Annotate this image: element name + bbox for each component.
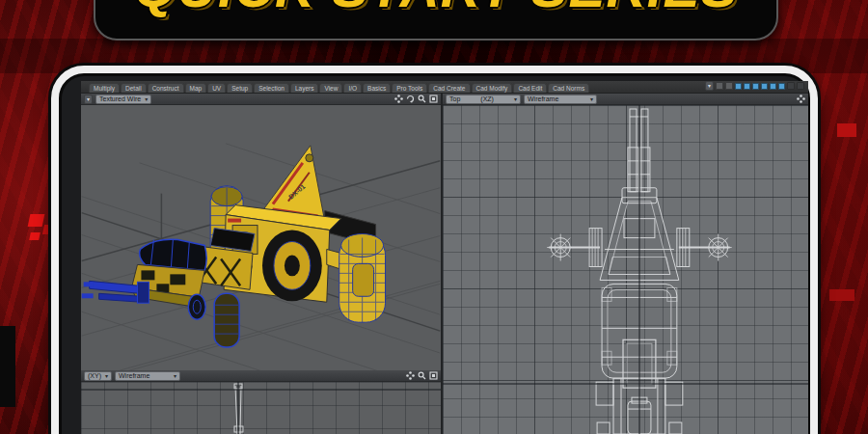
view-axis-label: (XY) (88, 372, 101, 380)
zoom-icon[interactable] (418, 371, 426, 380)
pan-icon[interactable] (406, 371, 415, 380)
zoom-icon[interactable] (418, 95, 426, 103)
grid-axis (443, 383, 808, 385)
perspective-viewport[interactable]: DX-01 (81, 105, 441, 370)
menu-tab[interactable]: Cad Norms (548, 83, 589, 93)
display-mode-label: Wireframe (528, 95, 558, 103)
layer-slot-icon[interactable] (735, 83, 742, 90)
menu-tab[interactable]: Setup (227, 83, 253, 93)
chevron-down-icon: ▾ (105, 372, 108, 380)
menu-tab[interactable]: Cad Modify (472, 83, 513, 93)
chevron-down-icon[interactable]: ▾ (84, 95, 93, 104)
layer-slot-icon[interactable] (797, 82, 804, 90)
maximize-icon[interactable] (429, 95, 438, 103)
menu-tab[interactable]: View (319, 83, 342, 93)
view-axis-label: (XZ) (480, 95, 494, 103)
panel-icon[interactable] (716, 82, 723, 90)
display-mode-label: Wireframe (119, 372, 149, 380)
view-dropdown[interactable]: Top (XZ) ▾ (446, 95, 521, 104)
pan-icon[interactable] (797, 95, 805, 103)
layer-slot-icon[interactable] (761, 83, 768, 90)
chevron-down-icon: ▾ (590, 95, 593, 103)
viewport-controls (797, 95, 805, 103)
series-title: QUICK START SERIES (95, 0, 776, 15)
landing-gear (188, 293, 239, 347)
grid-axis (81, 389, 441, 391)
menu-tab[interactable]: Detail (121, 83, 147, 93)
viewport-controls (394, 95, 438, 103)
bg-red-block (28, 214, 45, 227)
view-dropdown[interactable]: (XY) ▾ (84, 371, 112, 381)
window-controls: ▾ (705, 81, 808, 93)
title-banner: QUICK START SERIES (94, 0, 778, 41)
side-tank (327, 234, 386, 323)
menu-tab[interactable]: Selection (254, 83, 289, 93)
layer-slot-icon[interactable] (744, 83, 750, 90)
menu-tab[interactable]: Construct (148, 83, 184, 93)
menu-tab[interactable]: Cad Edit (513, 83, 547, 93)
layer-slot-icon[interactable] (787, 82, 795, 90)
chevron-down-icon[interactable]: ▾ (705, 81, 714, 91)
perspective-scene: DX-01 (81, 105, 441, 370)
menu-tab[interactable]: Basics (363, 83, 391, 93)
menu-tabs: MultiplyDetailConstructMapUVSetupSelecti… (89, 81, 705, 93)
perspective-viewport-header: ▾ Textured Wire ▾ (81, 94, 441, 105)
forward-guns (82, 281, 149, 303)
modeler-window: MultiplyDetailConstructMapUVSetupSelecti… (81, 81, 808, 434)
menu-tab[interactable]: I/O (343, 83, 362, 93)
display-mode-dropdown[interactable]: Wireframe ▾ (524, 95, 597, 104)
display-mode-dropdown[interactable]: Wireframe ▾ (115, 371, 180, 381)
display-mode-label: Textured Wire (99, 95, 141, 103)
bg-black-panel (0, 326, 15, 407)
bg-red-block (829, 289, 854, 301)
menu-tab[interactable]: UV (207, 83, 226, 93)
menu-tab[interactable]: Cad Create (428, 83, 470, 93)
display-mode-dropdown[interactable]: Textured Wire ▾ (95, 95, 151, 104)
menu-tab[interactable]: Multiply (89, 83, 120, 93)
back-viewport-header: (XY) ▾ Wireframe ▾ (81, 370, 441, 382)
bg-red-block (29, 232, 41, 240)
top-viewport[interactable] (443, 105, 808, 434)
panel-icon[interactable] (725, 82, 733, 90)
maximize-icon[interactable] (429, 371, 438, 380)
view-name-label: Top (449, 95, 460, 103)
menu-bar: MultiplyDetailConstructMapUVSetupSelecti… (81, 81, 808, 94)
bg-red-block (837, 123, 856, 137)
chevron-down-icon: ▾ (514, 95, 517, 103)
chevron-down-icon: ▾ (174, 372, 176, 380)
menu-tab[interactable]: Pro Tools (392, 83, 427, 93)
chevron-down-icon: ▾ (145, 95, 148, 103)
menu-tab[interactable]: Map (185, 83, 207, 93)
viewport-controls (406, 371, 438, 380)
rotate-icon[interactable] (406, 95, 415, 103)
layer-slot-icon[interactable] (778, 83, 785, 90)
back-viewport[interactable] (81, 382, 441, 434)
layer-slot-icon[interactable] (770, 83, 776, 90)
page: { "banner": { "title": "QUICK START SERI… (0, 0, 868, 434)
pan-icon[interactable] (394, 95, 403, 103)
menu-tab[interactable]: Layers (290, 83, 319, 93)
top-viewport-header: Top (XZ) ▾ Wireframe ▾ (443, 94, 808, 105)
layer-slot-icon[interactable] (752, 83, 759, 90)
